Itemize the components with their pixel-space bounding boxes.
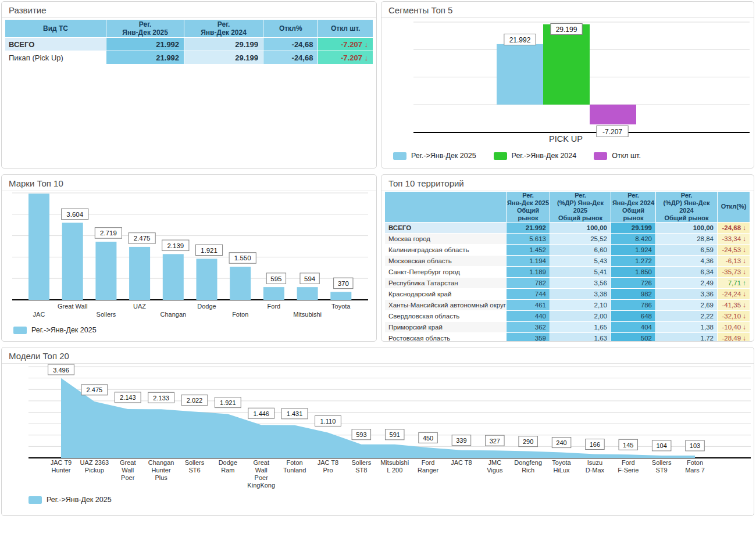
legend-item[interactable]: Рег.->Янв-Дек 2025: [13, 326, 97, 334]
table-cell: 1.194: [507, 256, 550, 266]
bar-Foton[interactable]: [230, 267, 251, 300]
category-label: Mitsubishi: [293, 311, 322, 318]
table-cell: 6,59: [656, 245, 717, 255]
svg-text:2.475: 2.475: [134, 235, 151, 242]
data-label: 104: [652, 440, 671, 451]
panel-title-territory: Топ 10 территорий: [381, 175, 754, 191]
data-label: 327: [486, 435, 504, 446]
table-row[interactable]: Республика Татарстан7823,567262,497,71 ↑: [385, 278, 750, 288]
bar-JAC[interactable]: [28, 193, 49, 300]
bar-Changan[interactable]: [163, 254, 184, 300]
column-header[interactable]: Рег. Янв-Дек 2024: [184, 20, 263, 37]
column-header[interactable]: Откл(%): [718, 192, 750, 222]
table-cell: 1,72: [656, 333, 717, 342]
data-label: 2.143: [115, 392, 141, 403]
svg-text:595: 595: [270, 275, 281, 282]
bar-Откл шт.[interactable]: [590, 105, 636, 124]
column-header[interactable]: [385, 192, 506, 222]
table-cell: 29.199: [184, 38, 263, 51]
bar-Dodge[interactable]: [197, 259, 217, 300]
svg-text:1.110: 1.110: [320, 418, 336, 425]
column-header[interactable]: Вид ТС: [5, 20, 106, 37]
table-cell: 100,00: [656, 223, 717, 233]
table-row[interactable]: Ростовская область3591,635021,72-28,49 ↓: [385, 333, 750, 342]
category-label: IsuzuD-Max: [586, 459, 605, 474]
panel-territory: Топ 10 территорий Рег. Янв-Дек 2025 Общи…: [381, 174, 754, 342]
down-arrow-icon: ↓: [741, 257, 746, 264]
svg-text:145: 145: [623, 442, 633, 449]
category-label: DodgeRam: [219, 459, 237, 474]
svg-text:2.719: 2.719: [100, 230, 117, 236]
column-header[interactable]: Рег. Янв-Дек 2025: [106, 20, 184, 37]
legend-item[interactable]: Откл шт.: [594, 152, 641, 160]
svg-text:2.133: 2.133: [153, 395, 169, 402]
data-label: 29.199: [551, 24, 582, 35]
table-cell: 21.992: [106, 38, 184, 51]
table-cell: 502: [611, 333, 655, 342]
column-header[interactable]: Рег. Янв-Дек 2025 Общий рынок: [507, 192, 550, 222]
bar-Great Wall[interactable]: [62, 223, 83, 300]
down-arrow-icon: ↓: [362, 53, 368, 62]
table-row[interactable]: Пикап (Pick Up)21.99229.199-24,68-7.207 …: [5, 51, 373, 64]
category-label: GreatWallPoer: [120, 459, 136, 481]
data-label: 1.431: [281, 408, 308, 419]
data-label: -7.207: [597, 126, 628, 137]
table-row[interactable]: Ханты-Мансийский автономный округ4612,10…: [385, 300, 750, 310]
category-label: SollersST8: [352, 459, 372, 474]
table-row[interactable]: Приморский край3621,654041,38-10,40 ↓: [385, 322, 750, 332]
down-arrow-icon: ↓: [741, 302, 746, 309]
table-row[interactable]: ВСЕГО21.992100,0029.199100,00-24,68 ↓: [385, 223, 750, 233]
territory-label: Санкт-Петербург город: [385, 267, 506, 277]
table-cell: 1.189: [507, 267, 550, 277]
bar-Рег.->Янв-Дек 2025[interactable]: [497, 44, 543, 105]
category-label: Dodge: [197, 303, 216, 310]
table-cell: 982: [611, 289, 655, 299]
data-label: 595: [266, 273, 286, 284]
table-row[interactable]: ВСЕГО21.99229.199-24,68-7.207 ↓: [5, 38, 373, 51]
legend-item[interactable]: Рег.->Янв-Дек 2024: [494, 152, 577, 160]
table-row[interactable]: Краснодарский край7443,389823,36-24,24 ↓: [385, 289, 750, 299]
category-label: JAC T9Hunter: [51, 459, 72, 474]
data-label: 3.604: [62, 209, 88, 220]
deviation-cell: -32,10 ↓: [718, 311, 750, 321]
table-cell: 21.992: [507, 223, 550, 233]
svg-text:339: 339: [456, 437, 466, 444]
legend-swatch-icon: [13, 327, 27, 334]
legend-item[interactable]: Рег.->Янв-Дек 2025: [28, 496, 112, 504]
column-header[interactable]: Рег. Янв-Дек 2024 Общий рынок: [611, 192, 655, 222]
deviation-cell: 7,71 ↑: [718, 278, 750, 288]
table-row[interactable]: Санкт-Петербург город1.1895,411.8506,34-…: [385, 267, 750, 277]
bar-Рег.->Янв-Дек 2024[interactable]: [543, 24, 590, 105]
svg-text:2.022: 2.022: [187, 397, 203, 404]
data-label: 2.475: [81, 385, 108, 395]
data-label: 21.992: [504, 34, 536, 45]
table-cell: 5.613: [507, 234, 550, 244]
legend-swatch-icon: [28, 496, 42, 504]
bar-Mitsubishi[interactable]: [297, 287, 318, 300]
table-cell: 8.420: [611, 234, 655, 244]
svg-text:327: 327: [490, 438, 500, 445]
table-cell: 21.992: [106, 51, 184, 64]
column-header[interactable]: Откл шт.: [318, 20, 373, 37]
legend-label: Рег.->Янв-Дек 2025: [47, 496, 112, 504]
table-row[interactable]: Московская область1.1945,431.2724,36-6,1…: [385, 256, 750, 266]
column-header[interactable]: Рег. (%ДР) Янв-Дек 2025 Общий рынок: [550, 192, 611, 222]
bar-Sollers[interactable]: [95, 242, 116, 300]
bar-Ford[interactable]: [263, 287, 284, 300]
svg-text:593: 593: [356, 431, 366, 438]
svg-text:1.921: 1.921: [201, 247, 217, 254]
column-header[interactable]: Рег. (%ДР) Янв-Дек 2024 Общий рынок: [656, 192, 717, 222]
table-row[interactable]: Свердловская область4402,006482,22-32,10…: [385, 311, 750, 321]
table-row[interactable]: Москва город5.61325,528.42028,84-33,34 ↓: [385, 234, 750, 244]
column-header[interactable]: Откл%: [263, 20, 318, 37]
bar-UAZ[interactable]: [129, 247, 150, 300]
data-label: 240: [552, 438, 570, 448]
table-row[interactable]: Калининградская область1.4526,601.9246,5…: [385, 245, 750, 255]
territory-label: Калининградская область: [385, 245, 506, 255]
table-cell: 2,69: [656, 300, 717, 310]
legend-item[interactable]: Рег.->Янв-Дек 2025: [393, 152, 476, 160]
data-label: 1.550: [229, 253, 256, 264]
table-cell: ВСЕГО: [5, 38, 106, 51]
svg-text:166: 166: [590, 441, 600, 448]
bar-Toyota[interactable]: [330, 292, 351, 300]
